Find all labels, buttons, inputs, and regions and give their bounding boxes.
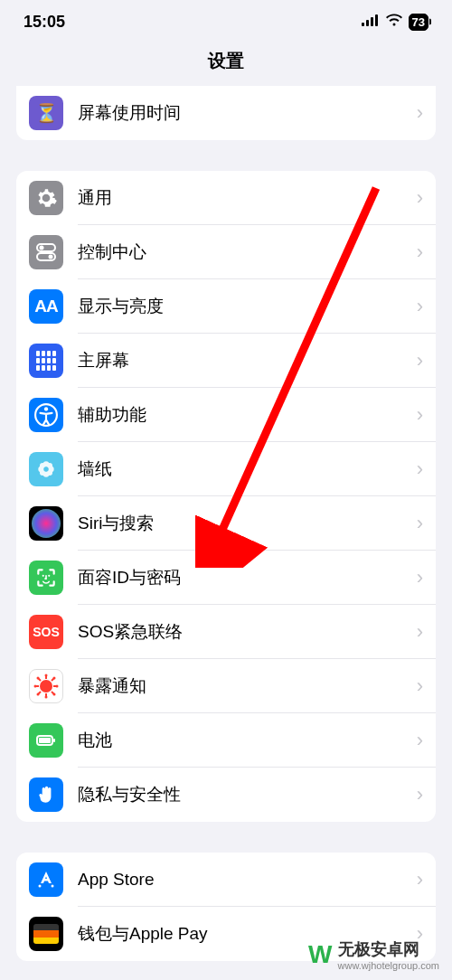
row-label: 主屏幕 <box>78 349 417 372</box>
svg-point-32 <box>34 685 37 688</box>
chevron-right-icon: › <box>417 868 423 891</box>
svg-point-30 <box>45 674 48 677</box>
row-label: 控制中心 <box>78 240 417 264</box>
row-face-id-passcode[interactable]: 面容ID与密码 › <box>16 551 436 605</box>
row-label: 面容ID与密码 <box>78 566 417 589</box>
svg-point-18 <box>43 466 48 471</box>
row-display-brightness[interactable]: AA 显示与亮度 › <box>16 279 436 334</box>
chevron-right-icon: › <box>417 403 423 427</box>
row-label: 辅助功能 <box>78 403 417 427</box>
battery-indicator: 73 <box>409 14 428 31</box>
chevron-right-icon: › <box>417 620 423 644</box>
chevron-right-icon: › <box>417 349 423 372</box>
hand-icon <box>29 777 63 812</box>
svg-point-31 <box>45 696 48 699</box>
aa-icon: AA <box>29 289 63 324</box>
chevron-right-icon: › <box>417 674 423 698</box>
watermark-sub: www.wjhotelgroup.com <box>338 960 440 971</box>
wallet-icon <box>29 917 63 951</box>
row-label: 通用 <box>78 186 417 210</box>
chevron-right-icon: › <box>417 295 423 318</box>
watermark-main: 无极安卓网 <box>338 940 419 958</box>
chevron-right-icon: › <box>417 457 423 481</box>
watermark-logo: W <box>308 940 332 969</box>
svg-point-9 <box>44 407 48 410</box>
svg-point-19 <box>42 575 44 577</box>
row-label: 墙纸 <box>78 457 417 481</box>
svg-point-34 <box>37 677 40 680</box>
row-app-store[interactable]: App Store › <box>16 853 436 907</box>
svg-point-21 <box>40 680 52 693</box>
svg-point-37 <box>53 677 56 680</box>
exposure-icon <box>29 669 63 703</box>
hourglass-icon: ⏳ <box>29 96 63 130</box>
svg-rect-40 <box>53 739 55 742</box>
row-label: 暴露通知 <box>78 674 417 698</box>
status-bar: 15:05 73 <box>0 0 452 43</box>
sos-icon: SOS <box>29 615 63 649</box>
svg-point-33 <box>56 685 59 688</box>
settings-group-0: ⏳ 屏幕使用时间 › <box>16 86 436 140</box>
svg-point-20 <box>48 575 50 577</box>
row-wallpaper[interactable]: 墙纸 › <box>16 442 436 496</box>
svg-rect-3 <box>375 14 378 26</box>
chevron-right-icon: › <box>417 512 423 535</box>
svg-point-36 <box>37 693 40 696</box>
svg-rect-1 <box>366 20 369 26</box>
row-label: SOS紧急联络 <box>78 620 417 644</box>
row-label: 显示与亮度 <box>78 295 417 318</box>
svg-rect-2 <box>371 17 373 26</box>
row-general[interactable]: 通用 › <box>16 171 436 225</box>
accessibility-icon <box>29 398 63 432</box>
chevron-right-icon: › <box>417 729 423 752</box>
grid-icon <box>29 344 63 378</box>
svg-rect-39 <box>39 738 51 743</box>
row-control-center[interactable]: 控制中心 › <box>16 225 436 279</box>
svg-point-7 <box>49 255 53 259</box>
svg-point-42 <box>52 885 54 888</box>
flower-icon <box>29 452 63 486</box>
gear-icon <box>29 181 63 215</box>
siri-icon <box>29 506 63 541</box>
row-label: App Store <box>78 870 417 890</box>
row-accessibility[interactable]: 辅助功能 › <box>16 388 436 442</box>
battery-icon <box>29 723 63 758</box>
wifi-icon <box>385 14 403 30</box>
chevron-right-icon: › <box>417 783 423 806</box>
chevron-right-icon: › <box>417 566 423 589</box>
row-privacy-security[interactable]: 隐私与安全性 › <box>16 768 436 822</box>
status-right: 73 <box>362 14 428 31</box>
chevron-right-icon: › <box>417 186 423 210</box>
face-id-icon <box>29 561 63 595</box>
row-sos[interactable]: SOS SOS紧急联络 › <box>16 605 436 659</box>
row-battery[interactable]: 电池 › <box>16 713 436 768</box>
row-siri-search[interactable]: Siri与搜索 › <box>16 496 436 551</box>
row-home-screen[interactable]: 主屏幕 › <box>16 334 436 388</box>
settings-group-1: 通用 › 控制中心 › AA 显示与亮度 › 主屏幕 › 辅助功能 › 墙纸 › <box>16 171 436 822</box>
svg-point-41 <box>39 885 42 888</box>
appstore-icon <box>29 862 63 897</box>
chevron-right-icon: › <box>417 240 423 264</box>
row-label: 隐私与安全性 <box>78 783 417 806</box>
row-screen-time[interactable]: ⏳ 屏幕使用时间 › <box>16 86 436 140</box>
toggle-icon <box>29 235 63 269</box>
row-label: 屏幕使用时间 <box>78 101 417 125</box>
row-label: Siri与搜索 <box>78 512 417 535</box>
page-title: 设置 <box>0 43 452 86</box>
status-time: 15:05 <box>24 13 65 32</box>
svg-point-35 <box>53 693 56 696</box>
row-label: 电池 <box>78 729 417 752</box>
signal-icon <box>362 14 380 30</box>
watermark: W 无极安卓网 www.wjhotelgroup.com <box>308 938 439 971</box>
chevron-right-icon: › <box>417 101 423 125</box>
svg-point-5 <box>40 246 44 250</box>
row-exposure-notification[interactable]: 暴露通知 › <box>16 659 436 713</box>
svg-rect-0 <box>362 23 364 26</box>
